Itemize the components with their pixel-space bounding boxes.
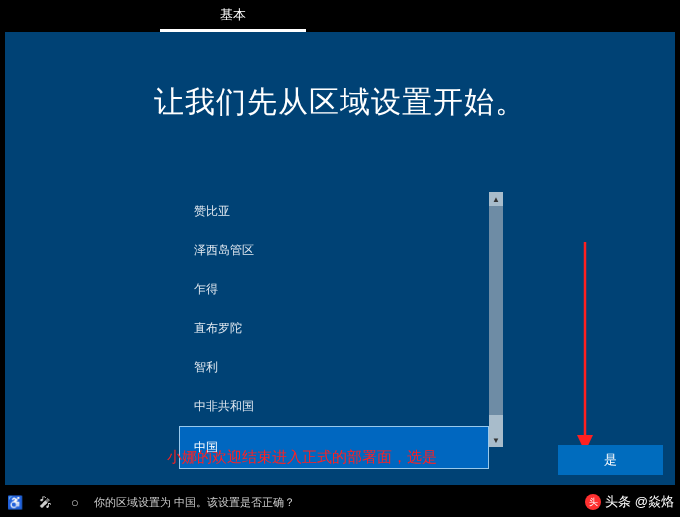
scrollbar[interactable]: ▲ ▼ — [489, 192, 503, 447]
confirm-button[interactable]: 是 — [558, 445, 663, 475]
cortana-text: 你的区域设置为 中国。该设置是否正确？ — [94, 495, 295, 510]
scroll-thumb[interactable] — [489, 415, 503, 433]
watermark-logo-icon: 头 — [585, 494, 601, 510]
list-item[interactable]: 直布罗陀 — [179, 309, 489, 348]
accessibility-icon[interactable]: ♿ — [0, 495, 30, 510]
scroll-down-icon[interactable]: ▼ — [489, 433, 503, 447]
bottom-bar: ♿ 🎤︎ ○ 你的区域设置为 中国。该设置是否正确？ 头 头条 @焱烙 — [0, 487, 680, 517]
page-title: 让我们先从区域设置开始。 — [5, 82, 675, 123]
annotation-arrow-icon — [570, 237, 600, 457]
scroll-up-icon[interactable]: ▲ — [489, 192, 503, 206]
list-item[interactable]: 赞比亚 — [179, 192, 489, 231]
watermark-text: 头条 @焱烙 — [605, 493, 674, 511]
tab-bar: 基本 — [0, 0, 680, 32]
annotation-text: 小娜的欢迎结束进入正式的部署面，选是 — [167, 448, 437, 467]
region-list-container: 赞比亚 泽西岛管区 乍得 直布罗陀 智利 中非共和国 中国 ▲ ▼ — [179, 192, 503, 447]
microphone-icon[interactable]: 🎤︎ — [30, 495, 60, 510]
tab-basic[interactable]: 基本 — [160, 0, 306, 32]
list-item[interactable]: 泽西岛管区 — [179, 231, 489, 270]
cortana-icon[interactable]: ○ — [60, 495, 90, 510]
watermark: 头 头条 @焱烙 — [585, 493, 674, 511]
region-list[interactable]: 赞比亚 泽西岛管区 乍得 直布罗陀 智利 中非共和国 中国 — [179, 192, 489, 447]
list-item[interactable]: 中非共和国 — [179, 387, 489, 426]
list-item[interactable]: 乍得 — [179, 270, 489, 309]
oobe-screen: 让我们先从区域设置开始。 赞比亚 泽西岛管区 乍得 直布罗陀 智利 中非共和国 … — [5, 32, 675, 485]
list-item[interactable]: 智利 — [179, 348, 489, 387]
